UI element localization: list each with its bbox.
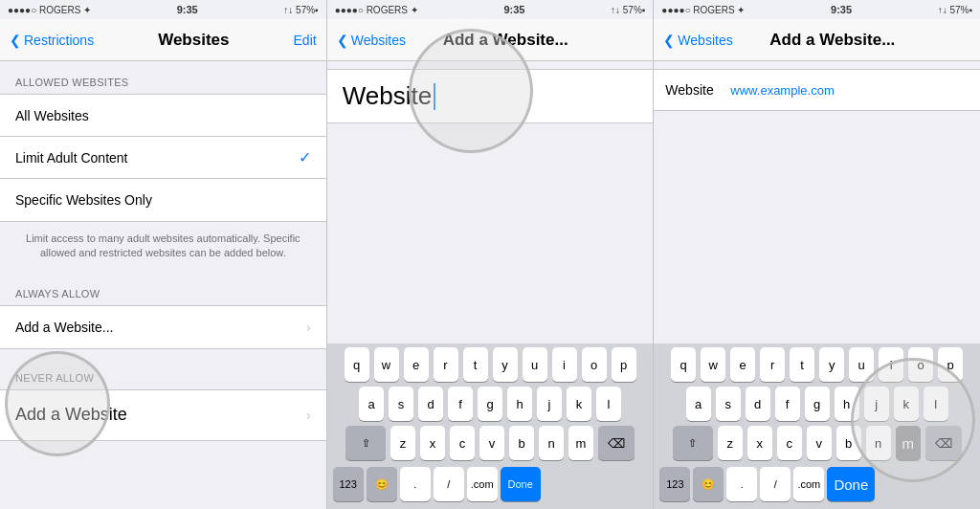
carrier-3: ●●●●○ ROGERS ✦	[661, 5, 745, 15]
keyboard-bottom-p3: 123 😊 . / .com Done	[656, 465, 978, 505]
key-dotcom-p3[interactable]: .com	[793, 467, 824, 501]
nav-bar-2: ❮ Websites Add a Website...	[327, 19, 654, 61]
key-a[interactable]: a	[359, 387, 384, 421]
key-j-p3[interactable]: j	[864, 387, 889, 421]
key-z-p3[interactable]: z	[718, 426, 743, 460]
key-x[interactable]: x	[420, 426, 445, 460]
website-field-3[interactable]	[723, 83, 969, 98]
key-k[interactable]: k	[567, 387, 591, 421]
add-website-never[interactable]: Add a Website ›	[0, 390, 326, 440]
key-e[interactable]: e	[404, 347, 429, 382]
key-i-p3[interactable]: i	[879, 347, 903, 382]
all-websites-label: All Websites	[15, 108, 89, 123]
key-u-p3[interactable]: u	[849, 347, 874, 382]
keyboard-row-3-p2: ⇧ z x c v b n m ⌫	[329, 426, 652, 460]
key-w[interactable]: w	[374, 347, 399, 382]
key-d-p3[interactable]: d	[746, 387, 770, 421]
key-delete[interactable]: ⌫	[598, 426, 635, 460]
key-r-p3[interactable]: r	[760, 347, 785, 382]
back-button-2[interactable]: ❮ Websites	[337, 33, 406, 48]
key-i[interactable]: i	[552, 347, 577, 382]
key-slash[interactable]: /	[434, 467, 464, 501]
key-z[interactable]: z	[390, 426, 415, 460]
key-j[interactable]: j	[537, 387, 562, 421]
status-bar-1: ●●●●○ ROGERS ✦ 9:35 ↑↓ 57%▪	[0, 0, 326, 19]
back-label-2: Websites	[351, 33, 406, 48]
key-emoji[interactable]: 😊	[367, 467, 397, 501]
key-h-p3[interactable]: h	[835, 387, 859, 421]
checkmark-icon: ✓	[299, 148, 311, 166]
list-item-specific[interactable]: Specific Websites Only	[0, 179, 326, 221]
key-m-p3[interactable]: m	[896, 426, 921, 460]
key-g-p3[interactable]: g	[805, 387, 830, 421]
key-t[interactable]: t	[463, 347, 488, 382]
key-v-p3[interactable]: v	[807, 426, 832, 460]
panel-1: ●●●●○ ROGERS ✦ 9:35 ↑↓ 57%▪ ❮ Restrictio…	[0, 0, 327, 509]
key-period[interactable]: .	[400, 467, 431, 501]
panel-3: ●●●●○ ROGERS ✦ 9:35 ↑↓ 57%▪ ❮ Websites A…	[654, 0, 980, 509]
key-slash-p3[interactable]: /	[760, 467, 791, 501]
keyboard-bottom-p2: 123 😊 . / .com Done	[329, 465, 652, 505]
key-r[interactable]: r	[434, 347, 458, 382]
key-l-p3[interactable]: l	[924, 387, 948, 421]
key-123[interactable]: 123	[333, 467, 364, 501]
key-p-p3[interactable]: p	[938, 347, 963, 382]
key-k-p3[interactable]: k	[894, 387, 919, 421]
key-q[interactable]: q	[345, 347, 369, 382]
key-p[interactable]: p	[612, 347, 636, 382]
cursor-2	[434, 83, 435, 110]
spacer-2	[327, 131, 654, 343]
key-v[interactable]: v	[479, 426, 504, 460]
key-done-3[interactable]: Done	[827, 467, 875, 501]
key-123-p3[interactable]: 123	[659, 467, 690, 501]
keyboard-row-1-p3: q w e r t y u i o p	[656, 347, 978, 382]
key-q-p3[interactable]: q	[671, 347, 696, 382]
keyboard-3[interactable]: q w e r t y u i o p a s d f g h j k l ⇧ …	[654, 343, 980, 509]
key-s-p3[interactable]: s	[716, 387, 741, 421]
key-f-p3[interactable]: f	[775, 387, 800, 421]
key-period-p3[interactable]: .	[726, 467, 757, 501]
key-x-p3[interactable]: x	[747, 426, 772, 460]
key-d[interactable]: d	[418, 387, 443, 421]
nav-bar-3: ❮ Websites Add a Website...	[654, 19, 980, 61]
key-g[interactable]: g	[478, 387, 502, 421]
key-t-p3[interactable]: t	[790, 347, 814, 382]
key-delete-p3[interactable]: ⌫	[925, 426, 962, 460]
key-h[interactable]: h	[507, 387, 532, 421]
key-c-p3[interactable]: c	[777, 426, 802, 460]
edit-button-1[interactable]: Edit	[294, 33, 317, 48]
key-o[interactable]: o	[582, 347, 607, 382]
back-button-3[interactable]: ❮ Websites	[663, 33, 732, 48]
key-shift[interactable]: ⇧	[345, 426, 386, 460]
key-dotcom[interactable]: .com	[467, 467, 498, 501]
key-shift-p3[interactable]: ⇧	[673, 426, 713, 460]
key-n[interactable]: n	[539, 426, 564, 460]
settings-content-1: ALLOWED WEBSITES All Websites Limit Adul…	[0, 61, 326, 509]
key-o-p3[interactable]: o	[908, 347, 933, 382]
website-input-row-3[interactable]: Website	[654, 69, 980, 111]
back-button-1[interactable]: ❮ Restrictions	[10, 33, 94, 48]
keyboard-2[interactable]: q w e r t y u i o p a s d f g h j k l ⇧ …	[327, 343, 654, 509]
website-input-2[interactable]: Website	[327, 69, 654, 123]
key-emoji-p3[interactable]: 😊	[693, 467, 724, 501]
key-f[interactable]: f	[448, 387, 473, 421]
key-b-p3[interactable]: b	[836, 426, 861, 460]
key-l[interactable]: l	[596, 387, 621, 421]
key-m[interactable]: m	[568, 426, 593, 460]
key-e-p3[interactable]: e	[730, 347, 755, 382]
key-s[interactable]: s	[389, 387, 413, 421]
allowed-websites-group: All Websites Limit Adult Content ✓ Speci…	[0, 94, 326, 222]
key-y-p3[interactable]: y	[819, 347, 844, 382]
key-b[interactable]: b	[509, 426, 534, 460]
list-item-all-websites[interactable]: All Websites	[0, 95, 326, 137]
key-n-p3[interactable]: n	[866, 426, 891, 460]
key-u[interactable]: u	[523, 347, 547, 382]
add-website-always[interactable]: Add a Website... ›	[0, 306, 326, 348]
key-c[interactable]: c	[450, 426, 475, 460]
key-w-p3[interactable]: w	[701, 347, 725, 382]
key-done-2[interactable]: Done	[501, 467, 541, 501]
key-a-p3[interactable]: a	[686, 387, 711, 421]
list-item-limit-adult[interactable]: Limit Adult Content ✓	[0, 137, 326, 179]
nav-title-2: Add a Website...	[443, 31, 568, 50]
key-y[interactable]: y	[493, 347, 518, 382]
